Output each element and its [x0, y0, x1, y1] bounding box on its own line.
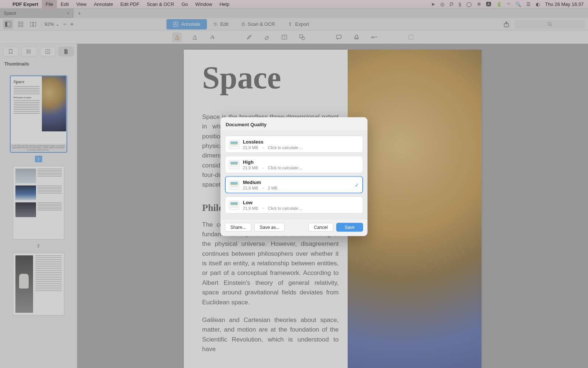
quality-thumb-icon — [229, 180, 239, 189]
checkmark-icon: ✓ — [355, 182, 359, 188]
quality-option-high[interactable]: High 21,9 MB → Click to calculate ... — [225, 156, 363, 173]
save-button[interactable]: Save — [336, 223, 363, 232]
quality-target: Click to calculate ... — [268, 166, 303, 170]
arrow-icon: → — [261, 166, 265, 170]
quality-option-low[interactable]: Low 21,9 MB → Click to calculate ... — [225, 197, 363, 214]
quality-size: 21,9 MB — [243, 186, 258, 190]
share-button[interactable]: Share... — [225, 223, 251, 232]
quality-thumb-icon — [229, 201, 239, 209]
quality-option-lossless[interactable]: Lossless 21,9 MB → Click to calculate ..… — [225, 136, 363, 153]
arrow-icon: → — [261, 186, 265, 190]
quality-name: Low — [243, 200, 303, 205]
quality-size: 21,9 MB — [243, 206, 258, 210]
dialog-footer: Share... Save as... Cancel Save — [220, 219, 368, 236]
quality-target: 2 MB — [268, 186, 277, 190]
quality-option-medium[interactable]: Medium 21,9 MB → 2 MB ✓ — [225, 176, 363, 194]
dialog-body: Lossless 21,9 MB → Click to calculate ..… — [220, 131, 368, 219]
quality-name: Medium — [243, 180, 277, 185]
quality-target: Click to calculate ... — [268, 206, 303, 210]
arrow-icon: → — [261, 206, 265, 210]
cancel-button[interactable]: Cancel — [308, 223, 333, 232]
quality-name: Lossless — [243, 139, 303, 145]
quality-name: High — [243, 159, 303, 165]
quality-size: 21,9 MB — [243, 166, 258, 170]
dialog-title: Document Quality — [220, 117, 368, 131]
quality-thumb-icon — [229, 140, 239, 149]
quality-size: 21,9 MB — [243, 145, 258, 150]
document-quality-dialog: Document Quality Lossless 21,9 MB → Clic… — [220, 117, 368, 236]
quality-thumb-icon — [229, 160, 239, 169]
save-as-button[interactable]: Save as... — [254, 223, 285, 232]
arrow-icon: → — [261, 145, 265, 150]
quality-target: Click to calculate ... — [268, 145, 303, 150]
